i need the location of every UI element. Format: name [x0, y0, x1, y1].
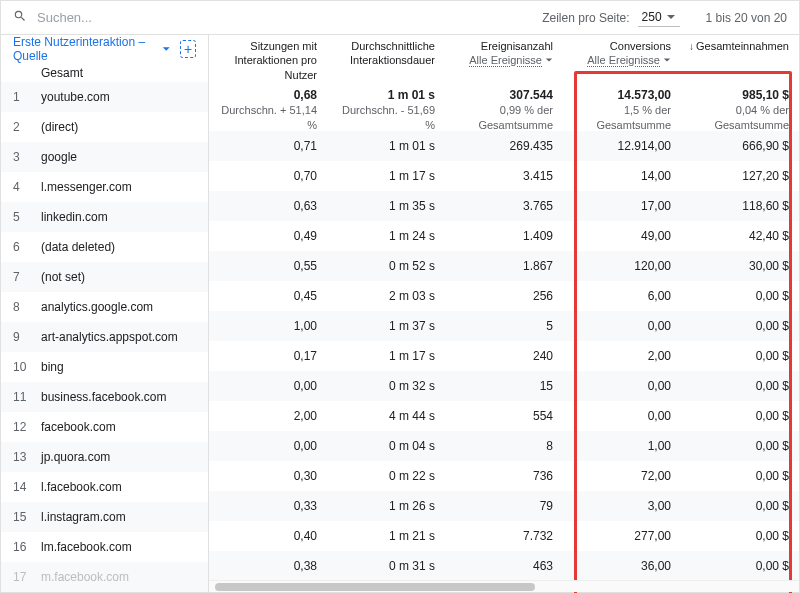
- table-row[interactable]: 5linkedin.com: [1, 202, 208, 232]
- table-row[interactable]: 9art-analytics.appspot.com: [1, 322, 208, 352]
- data-cell: 36,00: [563, 559, 681, 573]
- data-cell: 0,00: [209, 379, 327, 393]
- table-row[interactable]: 10bing: [1, 352, 208, 382]
- table-row[interactable]: 1youtube.com: [1, 82, 208, 112]
- metrics-rows: 0,711 m 01 s269.43512.914,00666,90 $0,70…: [209, 131, 799, 592]
- table-row[interactable]: 15l.instagram.com: [1, 502, 208, 532]
- data-cell: 1 m 35 s: [327, 199, 445, 213]
- table-row: 0,171 m 17 s2402,000,00 $: [209, 341, 799, 371]
- data-cell: 1.867: [445, 259, 563, 273]
- dimension-column: Erste Nutzerinteraktion – Quelle + Gesam…: [1, 35, 209, 592]
- table-row: 0,631 m 35 s3.76517,00118,60 $: [209, 191, 799, 221]
- data-cell: 17,00: [563, 199, 681, 213]
- data-cell: 0 m 32 s: [327, 379, 445, 393]
- table-row[interactable]: 6(data deleted): [1, 232, 208, 262]
- totals-cell: 985,10 $0,04 % der Gesamtsumme: [681, 81, 799, 131]
- column-header[interactable]: ConversionsAlle Ereignisse: [563, 35, 681, 81]
- table-row[interactable]: 12facebook.com: [1, 412, 208, 442]
- rows-per-page-label: Zeilen pro Seite:: [542, 11, 629, 25]
- data-cell: 0,00 $: [681, 319, 799, 333]
- data-cell: 49,00: [563, 229, 681, 243]
- data-cell: 1 m 37 s: [327, 319, 445, 333]
- column-header[interactable]: EreignisanzahlAlle Ereignisse: [445, 35, 563, 81]
- data-cell: 1 m 21 s: [327, 529, 445, 543]
- rows-per-page-select[interactable]: 250: [638, 8, 680, 27]
- totals-cell: 307.5440,99 % der Gesamtsumme: [445, 81, 563, 131]
- data-cell: 0,00: [563, 409, 681, 423]
- data-cell: 3.415: [445, 169, 563, 183]
- data-cell: 463: [445, 559, 563, 573]
- table-row[interactable]: 11business.facebook.com: [1, 382, 208, 412]
- totals-row-label: Gesamt: [1, 63, 208, 82]
- data-cell: 0 m 04 s: [327, 439, 445, 453]
- scrollbar-thumb[interactable]: [215, 583, 535, 591]
- table-row: 0,000 m 32 s150,000,00 $: [209, 371, 799, 401]
- table-row[interactable]: 17m.facebook.com: [1, 562, 208, 592]
- data-cell: 120,00: [563, 259, 681, 273]
- table-row[interactable]: 14l.facebook.com: [1, 472, 208, 502]
- dimension-picker[interactable]: Erste Nutzerinteraktion – Quelle: [13, 35, 158, 63]
- table-row[interactable]: 3google: [1, 142, 208, 172]
- data-cell: 0,00 $: [681, 559, 799, 573]
- data-cell: 3.765: [445, 199, 563, 213]
- data-cell: 6,00: [563, 289, 681, 303]
- data-cell: 0,00 $: [681, 409, 799, 423]
- table-row: 0,711 m 01 s269.43512.914,00666,90 $: [209, 131, 799, 161]
- data-cell: 0,17: [209, 349, 327, 363]
- data-cell: 256: [445, 289, 563, 303]
- table-row[interactable]: 7(not set): [1, 262, 208, 292]
- add-dimension-button[interactable]: +: [180, 40, 196, 58]
- data-cell: 1 m 24 s: [327, 229, 445, 243]
- data-cell: 1,00: [563, 439, 681, 453]
- data-cell: 0,70: [209, 169, 327, 183]
- data-cell: 0,38: [209, 559, 327, 573]
- data-cell: 240: [445, 349, 563, 363]
- data-cell: 7.732: [445, 529, 563, 543]
- table-row: 0,380 m 31 s46336,000,00 $: [209, 551, 799, 581]
- data-cell: 0,00 $: [681, 469, 799, 483]
- table-row[interactable]: 13jp.quora.com: [1, 442, 208, 472]
- horizontal-scrollbar[interactable]: [209, 580, 799, 592]
- table-row: 0,401 m 21 s7.732277,000,00 $: [209, 521, 799, 551]
- data-cell: 0 m 52 s: [327, 259, 445, 273]
- data-cell: 554: [445, 409, 563, 423]
- table-row[interactable]: 16lm.facebook.com: [1, 532, 208, 562]
- table-row: 0,452 m 03 s2566,000,00 $: [209, 281, 799, 311]
- data-cell: 0,00 $: [681, 499, 799, 513]
- data-cell: 8: [445, 439, 563, 453]
- table-row[interactable]: 4l.messenger.com: [1, 172, 208, 202]
- data-cell: 14,00: [563, 169, 681, 183]
- data-cell: 3,00: [563, 499, 681, 513]
- data-cell: 0,30: [209, 469, 327, 483]
- data-cell: 0,00 $: [681, 289, 799, 303]
- column-header[interactable]: ↓Gesamteinnahmen: [681, 35, 799, 81]
- content: Erste Nutzerinteraktion – Quelle + Gesam…: [1, 35, 799, 592]
- data-cell: 0,71: [209, 139, 327, 153]
- data-cell: 269.435: [445, 139, 563, 153]
- metrics-totals: 0,68Durchschn. + 51,14 %1 m 01 sDurchsch…: [209, 81, 799, 131]
- metrics-area: Sitzungen mit Interaktionen pro NutzerDu…: [209, 35, 799, 592]
- totals-cell: 14.573,001,5 % der Gesamtsumme: [563, 81, 681, 131]
- data-cell: 0,55: [209, 259, 327, 273]
- data-cell: 12.914,00: [563, 139, 681, 153]
- data-cell: 79: [445, 499, 563, 513]
- data-cell: 2 m 03 s: [327, 289, 445, 303]
- search-icon: [13, 9, 27, 26]
- report-frame: Zeilen pro Seite: 250 1 bis 20 von 20 Er…: [0, 0, 800, 593]
- table-row: 0,550 m 52 s1.867120,0030,00 $: [209, 251, 799, 281]
- totals-cell: 0,68Durchschn. + 51,14 %: [209, 81, 327, 131]
- data-cell: 0,00: [209, 439, 327, 453]
- column-header[interactable]: Durchschnittliche Interaktionsdauer: [327, 35, 445, 81]
- pagination-range: 1 bis 20 von 20: [706, 11, 787, 25]
- search-input[interactable]: [35, 9, 283, 26]
- data-cell: 0,00 $: [681, 379, 799, 393]
- data-cell: 277,00: [563, 529, 681, 543]
- column-header[interactable]: Sitzungen mit Interaktionen pro Nutzer: [209, 35, 327, 81]
- data-cell: 4 m 44 s: [327, 409, 445, 423]
- table-row: 0,701 m 17 s3.41514,00127,20 $: [209, 161, 799, 191]
- data-cell: 0,45: [209, 289, 327, 303]
- table-row[interactable]: 2(direct): [1, 112, 208, 142]
- table-row[interactable]: 8analytics.google.com: [1, 292, 208, 322]
- chevron-down-icon: [162, 44, 171, 54]
- data-cell: 0,63: [209, 199, 327, 213]
